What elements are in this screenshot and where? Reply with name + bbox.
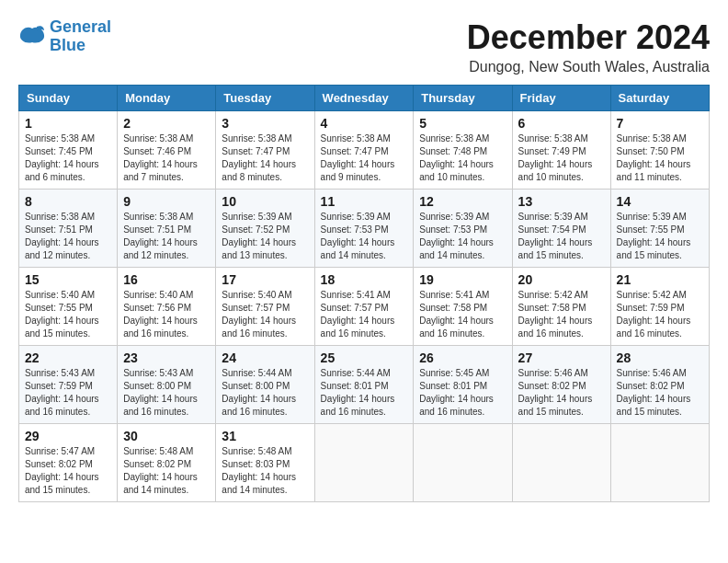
day-number: 19	[419, 272, 506, 287]
table-row: 23Sunrise: 5:43 AM Sunset: 8:00 PM Dayli…	[118, 346, 216, 424]
calendar-week-row: 15Sunrise: 5:40 AM Sunset: 7:55 PM Dayli…	[19, 268, 710, 346]
table-row	[314, 424, 414, 502]
table-row: 14Sunrise: 5:39 AM Sunset: 7:55 PM Dayli…	[610, 190, 709, 268]
day-number: 23	[123, 350, 210, 365]
logo-text: GeneralBlue	[50, 18, 111, 55]
month-title: December 2024	[467, 18, 710, 57]
table-row: 8Sunrise: 5:38 AM Sunset: 7:51 PM Daylig…	[19, 190, 118, 268]
table-row: 12Sunrise: 5:39 AM Sunset: 7:53 PM Dayli…	[414, 190, 512, 268]
table-row: 10Sunrise: 5:39 AM Sunset: 7:52 PM Dayli…	[216, 190, 314, 268]
day-number: 9	[123, 194, 210, 209]
day-number: 8	[25, 194, 111, 209]
day-info: Sunrise: 5:43 AM Sunset: 7:59 PM Dayligh…	[25, 367, 111, 419]
day-info: Sunrise: 5:44 AM Sunset: 8:01 PM Dayligh…	[321, 367, 408, 419]
day-info: Sunrise: 5:39 AM Sunset: 7:52 PM Dayligh…	[222, 211, 308, 262]
day-number: 5	[419, 116, 506, 131]
day-number: 29	[25, 429, 111, 443]
day-number: 22	[25, 350, 111, 365]
calendar-header-row: Sunday Monday Tuesday Wednesday Thursday…	[19, 86, 710, 111]
col-friday: Friday	[512, 86, 610, 111]
day-number: 20	[518, 272, 605, 287]
day-info: Sunrise: 5:39 AM Sunset: 7:53 PM Dayligh…	[419, 211, 506, 262]
col-sunday: Sunday	[19, 86, 118, 111]
table-row: 18Sunrise: 5:41 AM Sunset: 7:57 PM Dayli…	[314, 268, 414, 346]
day-number: 16	[123, 272, 210, 287]
day-number: 26	[419, 350, 506, 365]
table-row: 20Sunrise: 5:42 AM Sunset: 7:58 PM Dayli…	[512, 268, 610, 346]
table-row: 17Sunrise: 5:40 AM Sunset: 7:57 PM Dayli…	[216, 268, 314, 346]
day-info: Sunrise: 5:45 AM Sunset: 8:01 PM Dayligh…	[419, 367, 506, 419]
logo: GeneralBlue	[18, 18, 111, 55]
day-info: Sunrise: 5:47 AM Sunset: 8:02 PM Dayligh…	[25, 445, 111, 497]
table-row: 22Sunrise: 5:43 AM Sunset: 7:59 PM Dayli…	[19, 346, 118, 424]
table-row: 7Sunrise: 5:38 AM Sunset: 7:50 PM Daylig…	[610, 111, 709, 190]
day-number: 1	[25, 116, 111, 131]
day-info: Sunrise: 5:39 AM Sunset: 7:54 PM Dayligh…	[518, 211, 605, 262]
day-number: 4	[321, 116, 408, 131]
day-number: 31	[222, 429, 308, 443]
day-number: 13	[518, 194, 605, 209]
table-row: 6Sunrise: 5:38 AM Sunset: 7:49 PM Daylig…	[512, 111, 610, 190]
table-row: 31Sunrise: 5:48 AM Sunset: 8:03 PM Dayli…	[216, 424, 314, 502]
day-number: 3	[222, 116, 308, 131]
table-row: 26Sunrise: 5:45 AM Sunset: 8:01 PM Dayli…	[414, 346, 512, 424]
table-row: 9Sunrise: 5:38 AM Sunset: 7:51 PM Daylig…	[118, 190, 216, 268]
day-info: Sunrise: 5:42 AM Sunset: 7:58 PM Dayligh…	[518, 289, 605, 340]
calendar-week-row: 8Sunrise: 5:38 AM Sunset: 7:51 PM Daylig…	[19, 190, 710, 268]
day-info: Sunrise: 5:42 AM Sunset: 7:59 PM Dayligh…	[617, 289, 703, 340]
table-row: 25Sunrise: 5:44 AM Sunset: 8:01 PM Dayli…	[314, 346, 414, 424]
table-row: 28Sunrise: 5:46 AM Sunset: 8:02 PM Dayli…	[610, 346, 709, 424]
col-tuesday: Tuesday	[216, 86, 314, 111]
day-info: Sunrise: 5:38 AM Sunset: 7:49 PM Dayligh…	[518, 132, 605, 184]
table-row: 21Sunrise: 5:42 AM Sunset: 7:59 PM Dayli…	[610, 268, 709, 346]
col-thursday: Thursday	[414, 86, 512, 111]
col-saturday: Saturday	[610, 86, 709, 111]
day-info: Sunrise: 5:41 AM Sunset: 7:58 PM Dayligh…	[419, 289, 506, 340]
day-info: Sunrise: 5:40 AM Sunset: 7:55 PM Dayligh…	[25, 289, 111, 340]
day-info: Sunrise: 5:40 AM Sunset: 7:57 PM Dayligh…	[222, 289, 308, 340]
day-info: Sunrise: 5:41 AM Sunset: 7:57 PM Dayligh…	[321, 289, 408, 340]
table-row: 5Sunrise: 5:38 AM Sunset: 7:48 PM Daylig…	[414, 111, 512, 190]
day-info: Sunrise: 5:46 AM Sunset: 8:02 PM Dayligh…	[518, 367, 605, 419]
day-number: 7	[617, 116, 703, 131]
day-number: 28	[617, 350, 703, 365]
day-info: Sunrise: 5:46 AM Sunset: 8:02 PM Dayligh…	[617, 367, 703, 419]
table-row: 27Sunrise: 5:46 AM Sunset: 8:02 PM Dayli…	[512, 346, 610, 424]
day-info: Sunrise: 5:38 AM Sunset: 7:51 PM Dayligh…	[123, 211, 210, 262]
calendar: Sunday Monday Tuesday Wednesday Thursday…	[18, 85, 710, 502]
day-number: 25	[321, 350, 408, 365]
col-monday: Monday	[118, 86, 216, 111]
day-info: Sunrise: 5:40 AM Sunset: 7:56 PM Dayligh…	[123, 289, 210, 340]
day-info: Sunrise: 5:39 AM Sunset: 7:55 PM Dayligh…	[617, 211, 703, 262]
day-info: Sunrise: 5:38 AM Sunset: 7:45 PM Dayligh…	[25, 132, 111, 184]
header: GeneralBlue December 2024 Dungog, New So…	[18, 18, 710, 75]
day-info: Sunrise: 5:39 AM Sunset: 7:53 PM Dayligh…	[321, 211, 408, 262]
table-row: 13Sunrise: 5:39 AM Sunset: 7:54 PM Dayli…	[512, 190, 610, 268]
day-number: 30	[123, 429, 210, 443]
calendar-week-row: 29Sunrise: 5:47 AM Sunset: 8:02 PM Dayli…	[19, 424, 710, 502]
day-info: Sunrise: 5:44 AM Sunset: 8:00 PM Dayligh…	[222, 367, 308, 419]
day-number: 15	[25, 272, 111, 287]
table-row: 15Sunrise: 5:40 AM Sunset: 7:55 PM Dayli…	[19, 268, 118, 346]
day-number: 27	[518, 350, 605, 365]
table-row: 24Sunrise: 5:44 AM Sunset: 8:00 PM Dayli…	[216, 346, 314, 424]
day-info: Sunrise: 5:38 AM Sunset: 7:47 PM Dayligh…	[222, 132, 308, 184]
table-row	[512, 424, 610, 502]
table-row	[610, 424, 709, 502]
location-title: Dungog, New South Wales, Australia	[467, 59, 710, 75]
day-info: Sunrise: 5:48 AM Sunset: 8:02 PM Dayligh…	[123, 445, 210, 497]
day-number: 24	[222, 350, 308, 365]
day-info: Sunrise: 5:38 AM Sunset: 7:47 PM Dayligh…	[321, 132, 408, 184]
day-info: Sunrise: 5:38 AM Sunset: 7:50 PM Dayligh…	[617, 132, 703, 184]
table-row: 30Sunrise: 5:48 AM Sunset: 8:02 PM Dayli…	[118, 424, 216, 502]
day-number: 21	[617, 272, 703, 287]
day-number: 2	[123, 116, 210, 131]
table-row: 16Sunrise: 5:40 AM Sunset: 7:56 PM Dayli…	[118, 268, 216, 346]
table-row: 11Sunrise: 5:39 AM Sunset: 7:53 PM Dayli…	[314, 190, 414, 268]
day-number: 6	[518, 116, 605, 131]
day-number: 17	[222, 272, 308, 287]
table-row	[414, 424, 512, 502]
table-row: 4Sunrise: 5:38 AM Sunset: 7:47 PM Daylig…	[314, 111, 414, 190]
day-number: 12	[419, 194, 506, 209]
day-info: Sunrise: 5:38 AM Sunset: 7:51 PM Dayligh…	[25, 211, 111, 262]
